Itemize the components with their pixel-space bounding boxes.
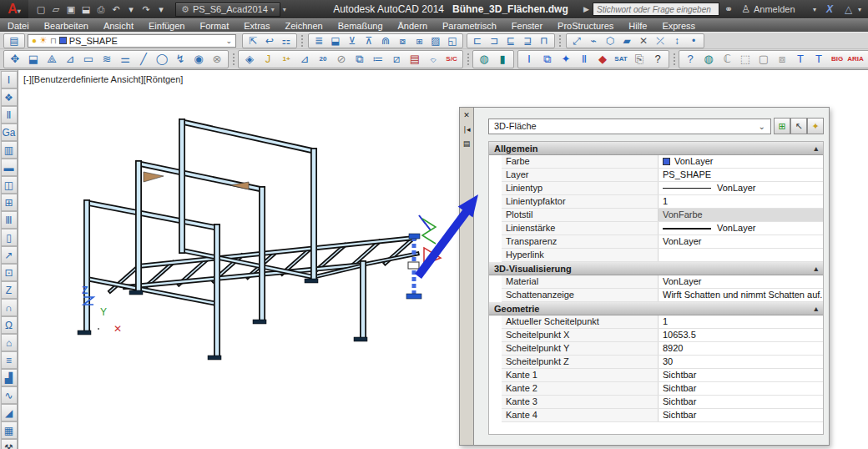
- properties-menu-icon[interactable]: ▤: [463, 139, 471, 148]
- autodesk360-icon[interactable]: △: [845, 3, 852, 15]
- sign-in-button[interactable]: Anmelden: [754, 4, 795, 14]
- layer-tool-icon[interactable]: ▨: [427, 33, 444, 49]
- view-tool-icon[interactable]: ⟁: [43, 50, 61, 68]
- clipboard-icon[interactable]: ⎘: [630, 50, 648, 68]
- layer-tool-icon[interactable]: ⊻: [344, 33, 361, 49]
- lock-icon[interactable]: ▮: [493, 50, 512, 68]
- frame-tool-icon[interactable]: ⊑: [502, 33, 519, 49]
- screen-tool-icon[interactable]: ▢: [754, 50, 773, 68]
- toolbar-grip[interactable]: [559, 35, 563, 47]
- search-icon[interactable]: ⚭: [724, 3, 733, 15]
- layer-tool-icon[interactable]: ⧆: [411, 33, 427, 49]
- frame-tool-icon[interactable]: ⊒: [519, 33, 536, 49]
- view-tool-icon[interactable]: ≋: [98, 50, 116, 68]
- scheitelpunkt-y-value[interactable]: 8920: [659, 342, 823, 355]
- qat-customize-button[interactable]: ▾: [283, 6, 286, 13]
- layer-value[interactable]: PS_SHAPE: [659, 169, 823, 181]
- viewport-controls-label[interactable]: [-][Benutzerdefinierte Ansicht][Röntgen]: [23, 74, 183, 84]
- layer-tool-icon[interactable]: ◱: [444, 33, 461, 49]
- layer-tool-icon[interactable]: ⋒: [377, 33, 394, 49]
- ladder-icon[interactable]: ≡: [1, 351, 18, 369]
- view-tool-icon[interactable]: ╱: [134, 50, 153, 68]
- grating-icon[interactable]: Ga: [1, 124, 18, 141]
- draw-tool-icon[interactable]: 1+: [277, 50, 295, 68]
- big-icon[interactable]: BIG: [828, 50, 846, 68]
- kante-1-value[interactable]: Sichtbar: [659, 369, 823, 381]
- layer-properties-icon[interactable]: ▤: [6, 33, 23, 49]
- menu-item[interactable]: Ansicht: [96, 21, 141, 31]
- crane-icon[interactable]: ⚒: [1, 439, 18, 449]
- layer-tool-icon[interactable]: ≣: [310, 33, 327, 49]
- linienstaerke-value[interactable]: VonLayer: [659, 222, 823, 235]
- menu-item[interactable]: Extras: [236, 21, 277, 31]
- layer-states-icon[interactable]: ⚏: [278, 33, 295, 49]
- draw-tool-icon[interactable]: ⊿: [295, 50, 314, 68]
- redo-icon[interactable]: ↷: [139, 4, 154, 15]
- section-header-3d-visualisierung[interactable]: 3D-Visualisierung ▴: [489, 262, 823, 275]
- user-icon[interactable]: ♙: [741, 3, 750, 15]
- collapse-arrow-icon[interactable]: ▴: [814, 144, 818, 153]
- profile-icon[interactable]: Ⅲ: [1, 211, 18, 229]
- kante-4-value[interactable]: Sichtbar: [659, 409, 823, 421]
- draw-tool-icon[interactable]: ⌔: [424, 50, 442, 68]
- beam-tool-icon[interactable]: Ⅰ: [520, 50, 538, 68]
- workspace-switcher[interactable]: ⚙ PS_S6_Acad2014 ▾: [175, 3, 280, 17]
- close-icon[interactable]: ✕: [463, 111, 470, 119]
- power-icon[interactable]: ◍: [475, 50, 493, 68]
- section-header-allgemein[interactable]: Allgemein ▴: [489, 142, 823, 155]
- beam-tool-icon[interactable]: Ⅱ: [575, 50, 593, 68]
- edit-tool-icon[interactable]: •: [685, 33, 702, 49]
- draw-tool-icon[interactable]: ⊘: [332, 50, 351, 68]
- view-tool-icon[interactable]: ✥: [6, 50, 24, 68]
- view-tool-icon[interactable]: ⊿: [61, 50, 79, 68]
- selection-tool-icon[interactable]: ⬚: [736, 50, 754, 68]
- stairs-icon[interactable]: ▟: [1, 369, 18, 386]
- redo-dropdown-icon[interactable]: ▾: [154, 4, 169, 15]
- edit-tool-icon[interactable]: ↕: [669, 33, 685, 49]
- undo-dropdown-icon[interactable]: ▾: [124, 4, 139, 15]
- layer-tool-icon[interactable]: ⊼: [361, 33, 377, 49]
- arch-icon[interactable]: Ω: [1, 316, 18, 334]
- edit-tool-icon[interactable]: ⌁: [585, 33, 602, 49]
- chevron-down-icon[interactable]: ▾: [813, 6, 816, 13]
- collapse-arrow-icon[interactable]: ▴: [814, 265, 818, 273]
- plot-icon[interactable]: ⎙: [93, 4, 108, 15]
- roof-icon[interactable]: ◢: [1, 404, 18, 421]
- aktueller-scheitelpunkt-value[interactable]: 1: [659, 315, 823, 328]
- edit-tool-icon[interactable]: ⬡: [602, 33, 618, 49]
- edit-tool-icon[interactable]: ▰: [618, 33, 635, 49]
- menu-item[interactable]: Hilfe: [621, 21, 654, 31]
- hyperlink-value[interactable]: [659, 249, 823, 261]
- t-profile-icon[interactable]: T: [791, 50, 810, 68]
- menu-item[interactable]: Bemaßung: [331, 21, 391, 31]
- column-icon[interactable]: ▥: [1, 141, 18, 159]
- menu-item[interactable]: Fenster: [504, 21, 550, 31]
- toolbar-grip[interactable]: [674, 53, 675, 65]
- workframe-icon[interactable]: ⊡: [1, 264, 18, 281]
- scheitelpunkt-z-value[interactable]: 30: [659, 356, 823, 368]
- view-tool-icon[interactable]: ◯: [153, 50, 171, 68]
- plate-icon[interactable]: ▬: [1, 159, 18, 176]
- palette-title-strip[interactable]: ✕∣◂▤: [459, 107, 474, 446]
- open-file-icon[interactable]: ▱: [48, 4, 63, 15]
- infocenter-toggle-icon[interactable]: ▶: [583, 5, 589, 13]
- t-profile-icon[interactable]: T: [810, 50, 828, 68]
- application-menu-button[interactable]: A▾: [0, 0, 28, 18]
- column-section-icon[interactable]: ▯: [1, 229, 18, 246]
- image-tool-icon[interactable]: ⧈: [773, 50, 791, 68]
- make-object-layer-current-icon[interactable]: ⇱: [245, 33, 261, 49]
- transparenz-value[interactable]: VonLayer: [659, 235, 823, 248]
- view-tool-icon[interactable]: ⊗: [208, 50, 226, 68]
- grid-panel-icon[interactable]: ▦: [1, 421, 18, 439]
- draw-tool-icon[interactable]: ≔: [369, 50, 387, 68]
- search-input[interactable]: [593, 3, 719, 16]
- z-profile-icon[interactable]: Z: [1, 281, 18, 299]
- save-as-icon[interactable]: ⬓: [78, 4, 93, 15]
- beam-tool-icon[interactable]: ⧉: [538, 50, 557, 68]
- u-profile-icon[interactable]: ∩: [1, 299, 18, 316]
- railing-icon[interactable]: ∿: [1, 386, 18, 404]
- linientyp-value[interactable]: VonLayer: [659, 182, 823, 194]
- layer-previous-icon[interactable]: ↩: [261, 33, 278, 49]
- edit-tool-icon[interactable]: ✕: [635, 33, 652, 49]
- profile-tool-icon[interactable]: ℂ: [718, 50, 736, 68]
